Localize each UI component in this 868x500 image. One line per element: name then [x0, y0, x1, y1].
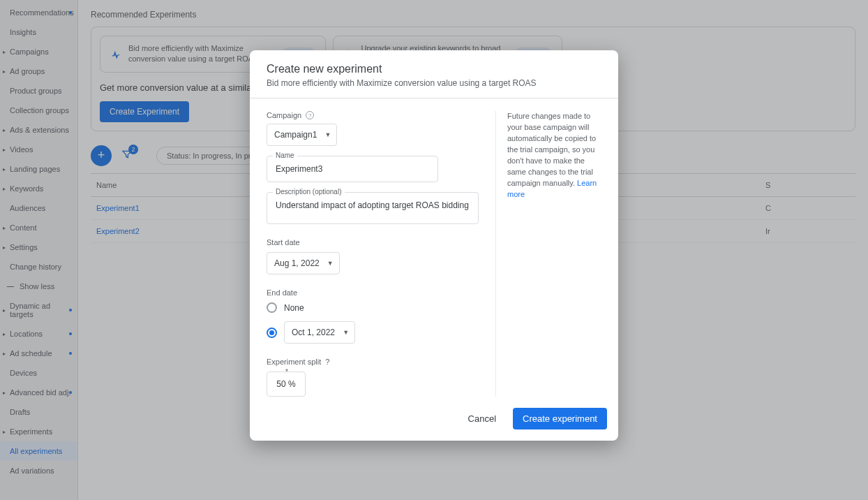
chevron-down-icon: ▼ [343, 329, 349, 336]
modal-overlay: Create new experiment Bid more efficient… [0, 0, 868, 500]
chevron-down-icon: ▼ [324, 131, 331, 138]
start-date-select[interactable]: Aug 1, 2022 ▼ [267, 252, 340, 274]
campaign-select[interactable]: Campaign1 ▼ [267, 124, 337, 146]
name-input[interactable] [274, 163, 431, 175]
create-experiment-dialog: Create new experiment Bid more efficient… [250, 50, 618, 441]
dialog-subtitle: Bid more efficiently with Maximize conve… [267, 78, 601, 88]
description-field-wrapper: Description (optional) [267, 192, 479, 224]
name-field-wrapper: Name [267, 156, 438, 182]
chevron-down-icon: ▼ [327, 260, 334, 267]
radio-icon [267, 328, 277, 338]
create-experiment-submit-button[interactable]: Create experiment [513, 408, 607, 429]
dialog-info-panel: Future changes made to your base campaig… [495, 111, 601, 397]
help-icon[interactable]: ? [306, 111, 314, 119]
end-date-label: End date [267, 288, 479, 297]
end-date-none-option[interactable]: None [267, 302, 479, 313]
experiment-split-input[interactable]: * 50 % [267, 372, 306, 397]
description-label: Description (optional) [273, 188, 345, 196]
end-date-select[interactable]: Oct 1, 2022 ▼ [284, 321, 355, 344]
dialog-title: Create new experiment [267, 63, 601, 75]
experiment-split-label: Experiment split [267, 358, 321, 366]
end-date-date-option[interactable]: Oct 1, 2022 ▼ [267, 321, 479, 344]
description-input[interactable] [274, 200, 471, 211]
name-label: Name [273, 152, 297, 159]
start-date-label: Start date [267, 238, 479, 247]
campaign-label: Campaign [267, 111, 301, 119]
help-icon[interactable]: ? [325, 358, 329, 366]
cancel-button[interactable]: Cancel [461, 408, 503, 429]
radio-icon [267, 302, 277, 313]
